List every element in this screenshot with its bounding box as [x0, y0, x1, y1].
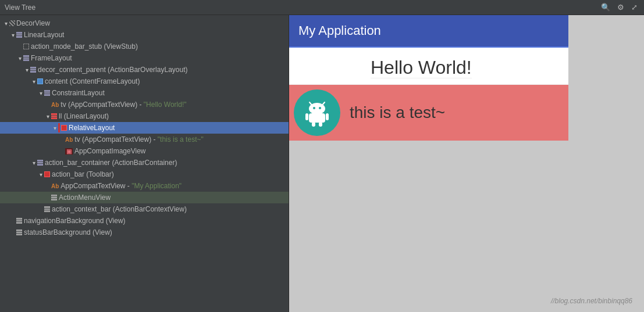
action-menu-view-icon	[51, 195, 57, 200]
tree-node-tv-hello[interactable]: Ab tv (AppCompatTextView) - "Hello World…	[0, 99, 289, 110]
node-label: action_mode_bar_stub (ViewStub)	[31, 42, 138, 51]
android-logo	[294, 89, 340, 136]
tree-node-image-view[interactable]: ▣ AppCompatImageView	[0, 145, 289, 157]
red-indicator-icon	[58, 123, 60, 132]
app-preview: My Application Hello World!	[289, 15, 568, 141]
action-context-bar-icon	[44, 206, 50, 212]
svg-rect-6	[305, 113, 308, 120]
view-tree-panel: ▾ DecorView ▾ LinearLayout	[0, 15, 289, 312]
tree-node-action-bar[interactable]: ▾ action_bar (Toolbar)	[0, 168, 289, 180]
svg-rect-5	[309, 113, 325, 123]
tree-node-tv-app-title[interactable]: Ab AppCompatTextView - "My Application"	[0, 180, 289, 192]
node-label: action_context_bar (ActionBarContextView…	[52, 205, 187, 213]
linear-layout-icon	[16, 32, 22, 38]
tree-node-action-mode-bar[interactable]: action_mode_bar_stub (ViewStub)	[0, 41, 289, 52]
action-bar-container-icon	[37, 160, 43, 166]
tree-node-constraint-layout[interactable]: ▾ ConstraintLayout	[0, 87, 289, 99]
node-label: ActionMenuView	[59, 193, 111, 202]
tree-node-tv-test[interactable]: Ab tv (AppCompatTextView) - "this is a t…	[0, 134, 289, 145]
node-label: RelativeLayout	[69, 124, 115, 132]
tree-container[interactable]: ▾ DecorView ▾ LinearLayout	[0, 15, 289, 312]
tree-node-decor-view[interactable]: ▾ DecorView	[0, 17, 289, 29]
top-toolbar: View Tree 🔍 ⚙ ⤢	[0, 0, 644, 15]
img-icon: ▣	[65, 148, 73, 155]
constraint-layout-icon	[44, 90, 50, 96]
node-label: AppCompatImageView	[74, 147, 146, 155]
content-frame-layout-icon	[37, 78, 43, 84]
app-title: My Application	[298, 23, 381, 38]
settings-icon[interactable]: ⚙	[615, 2, 626, 12]
ab-icon-2: Ab	[65, 137, 73, 143]
nav-bar-bg-icon	[16, 218, 22, 224]
hello-world-container: Hello World!	[289, 48, 568, 85]
svg-point-2	[309, 103, 325, 114]
search-icon[interactable]: 🔍	[599, 2, 612, 12]
expand-icon[interactable]: ⤢	[629, 2, 639, 12]
node-label: decor_content_parent (ActionBarOverlayLa…	[38, 66, 187, 74]
tree-node-frame-layout[interactable]: ▾ FrameLayout	[0, 52, 289, 64]
node-label: DecorView	[16, 19, 50, 27]
linear-layout-row-preview: this is a test~	[289, 85, 568, 141]
panel-title: View Tree	[5, 3, 35, 12]
relative-layout-icon	[61, 125, 67, 131]
node-label: statusBarBackground (View)	[24, 228, 112, 236]
tree-node-decor-content-parent[interactable]: ▾ decor_content_parent (ActionBarOverlay…	[0, 64, 289, 76]
toolbar-icon	[44, 171, 50, 177]
preview-panel: My Application Hello World!	[289, 15, 644, 312]
node-label: AppCompatTextView - "My Application"	[61, 182, 182, 190]
ll-icon	[51, 113, 57, 119]
tree-node-action-menu-view[interactable]: ActionMenuView	[0, 192, 289, 203]
action-bar-preview: My Application	[289, 15, 568, 48]
tree-node-nav-bar-bg[interactable]: navigationBarBackground (View)	[0, 215, 289, 227]
tree-node-relative-layout[interactable]: ▾ RelativeLayout	[0, 122, 289, 134]
node-label: tv (AppCompatTextView) - "this is a test…	[74, 135, 203, 144]
svg-point-4	[319, 107, 321, 109]
main-layout: ▾ DecorView ▾ LinearLayout	[0, 15, 644, 312]
svg-rect-8	[312, 122, 315, 127]
node-label: tv (AppCompatTextView) - "Hello World!"	[61, 101, 186, 109]
ab-icon-3: Ab	[51, 183, 59, 189]
node-label: navigationBarBackground (View)	[24, 217, 126, 225]
ab-icon: Ab	[51, 102, 59, 108]
decor-view-icon	[9, 20, 15, 26]
svg-rect-7	[326, 113, 329, 120]
toggle-arrow[interactable]: ▾	[2, 20, 9, 27]
test-text: this is a test~	[345, 99, 450, 127]
hello-world-text: Hello World!	[371, 57, 472, 78]
node-label: content (ContentFrameLayout)	[45, 77, 140, 85]
android-robot-svg	[303, 98, 332, 127]
node-label: action_bar_container (ActionBarContainer…	[45, 159, 177, 167]
status-bar-bg-icon	[16, 229, 22, 235]
node-label: ConstraintLayout	[52, 89, 105, 97]
tree-node-status-bar-bg[interactable]: statusBarBackground (View)	[0, 227, 289, 238]
content-area-preview: Hello World!	[289, 48, 568, 141]
frame-layout-icon	[23, 55, 29, 61]
panel-icons: 🔍 ⚙ ⤢	[599, 2, 639, 12]
tree-node-content[interactable]: ▾ content (ContentFrameLayout)	[0, 76, 289, 87]
tree-node-linear-layout-1[interactable]: ▾ LinearLayout	[0, 29, 289, 41]
svg-point-3	[313, 107, 315, 109]
action-bar-overlay-icon	[30, 67, 36, 73]
node-label: action_bar (Toolbar)	[52, 170, 114, 178]
watermark: //blog.csdn.net/binbinqq86	[551, 297, 632, 305]
node-label: ll (LinearLayout)	[59, 112, 109, 120]
viewstub-icon	[23, 44, 29, 49]
tree-node-action-bar-container[interactable]: ▾ action_bar_container (ActionBarContain…	[0, 157, 289, 168]
node-label: FrameLayout	[31, 54, 72, 62]
tree-node-ll-linear-layout[interactable]: ▾ ll (LinearLayout)	[0, 110, 289, 122]
svg-rect-9	[319, 122, 322, 127]
tree-node-action-context-bar[interactable]: action_context_bar (ActionBarContextView…	[0, 203, 289, 215]
node-label: LinearLayout	[24, 31, 64, 39]
